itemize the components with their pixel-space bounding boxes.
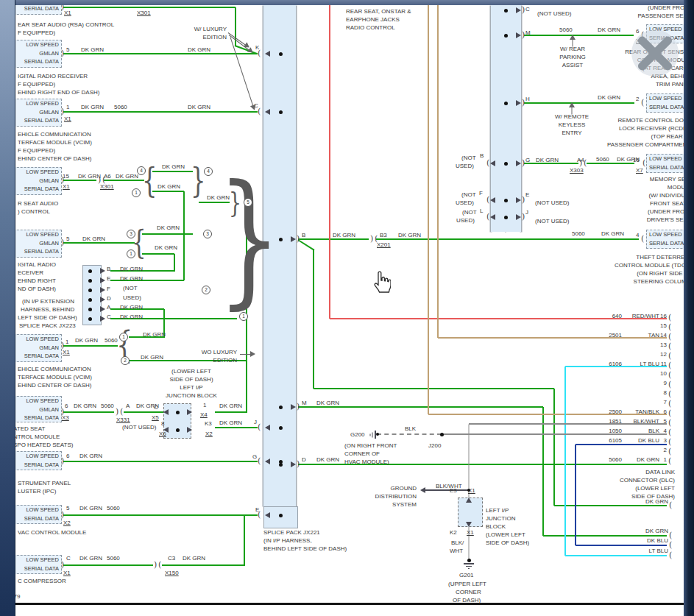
- diagram-label: BLOCK: [486, 523, 506, 530]
- serial-data-tag: LOW SPEEDGMLANSERIAL DATA: [13, 230, 62, 258]
- diagram-label: SIDE OF DASH): [169, 376, 213, 383]
- window-right-edge-scrollbar[interactable]: [684, 0, 694, 616]
- diagram-label: BLK/WHT: [436, 483, 462, 489]
- diagram-label: EDITION: [203, 34, 227, 40]
- wire-color-label: BLK: [648, 428, 659, 434]
- diagram-label: DK GRN: [120, 266, 143, 272]
- diagram-label: DK GRN: [645, 528, 668, 534]
- arrowhead-icon: [265, 51, 270, 57]
- diagram-label: (NOT USED): [535, 199, 570, 206]
- diagram-label: STRUMENT PANEL: [18, 480, 71, 486]
- diagram-label: BLK/: [451, 539, 464, 546]
- wire-segment: [183, 191, 185, 280]
- diagram-label: 2: [636, 96, 639, 102]
- wire-segment: [142, 233, 193, 235]
- diagram-label: EHIND CENTER OF DASH): [18, 155, 91, 162]
- diagram-label: 5060: [107, 505, 120, 511]
- connector-glyph: (: [668, 457, 671, 465]
- diagram-label: ASSIST: [562, 62, 583, 68]
- connector-glyph: ): [522, 159, 525, 167]
- diagram-label: C: [154, 404, 158, 411]
- diagram-label: DK GRN: [183, 555, 205, 562]
- close-button[interactable]: [630, 28, 680, 78]
- diagram-label: A: [107, 304, 110, 311]
- diagram-label: DK GRN: [79, 453, 102, 459]
- circled-number: 4: [204, 167, 213, 176]
- diagram-label: F EQUIPPED): [18, 147, 55, 154]
- diagram-label: LT BLU: [649, 548, 668, 554]
- diagram-label: W/ REMOTE: [555, 113, 589, 120]
- wire-segment: [425, 489, 469, 491]
- diagram-label: X7: [636, 167, 643, 174]
- diagram-label: DATA LINK: [645, 469, 675, 475]
- diagram-label: X150: [165, 570, 179, 576]
- diagram-label: E: [525, 191, 529, 198]
- diagram-label: DK GRN: [81, 104, 104, 110]
- wire-segment: [376, 238, 639, 240]
- diagram-label: L: [480, 208, 483, 214]
- junction-dot: [279, 426, 283, 430]
- serial-data-tag-text: LOW SPEED: [14, 335, 61, 344]
- serial-data-tag-text: SERIAL DATA: [14, 57, 61, 66]
- serial-data-tag-text: SERIAL DATA: [14, 185, 61, 194]
- diagram-label: G: [252, 453, 257, 460]
- serial-data-tag-text: SERIAL DATA: [14, 352, 61, 361]
- serial-data-tag-text: SERIAL DATA: [14, 514, 61, 523]
- diagram-label: DK GRN: [536, 157, 559, 163]
- dlc-pin-number: 3: [664, 437, 667, 444]
- wire-segment: [553, 389, 555, 506]
- wire-segment: [63, 461, 258, 462]
- diagram-label: EDITION: [213, 357, 237, 364]
- connector-glyph: (: [258, 49, 261, 57]
- diagram-label: ENTRY: [562, 130, 582, 136]
- dlc-pin-number: 4: [664, 428, 667, 434]
- diagram-label: SIDE OF DASH): [486, 539, 529, 546]
- diagram-label: J: [254, 419, 257, 425]
- wire-segment: [63, 564, 153, 566]
- diagram-label: RADIO CONTROL: [346, 24, 395, 31]
- arrowhead-icon: [187, 427, 192, 433]
- diagram-label: KEYLESS: [559, 121, 585, 128]
- dlc-pin-number: 16: [660, 313, 667, 319]
- diagram-label: LEFT SIDE OF DASH): [18, 314, 77, 321]
- connector-glyph: ): [154, 561, 157, 569]
- connector-glyph: (: [668, 371, 671, 379]
- connector-glyph: (: [668, 323, 671, 331]
- diagram-label: USED): [456, 199, 474, 206]
- wire-code-label: 6105: [609, 437, 622, 444]
- arrowhead-icon: [516, 7, 521, 13]
- wire-segment: [564, 367, 566, 556]
- diagram-label: (NOT USED): [537, 10, 572, 17]
- wire-color-label: BLK/WHT: [633, 418, 659, 425]
- diagram-label: C: [66, 555, 71, 562]
- diagram-label: DK GRN: [162, 163, 185, 170]
- connector-glyph: ): [522, 6, 525, 14]
- diagram-label: VAC CONTROL MODULE: [18, 529, 86, 536]
- diagram-label: WO LUXURY: [202, 349, 237, 355]
- diagram-label: PARKING: [559, 54, 585, 60]
- arrowhead-icon: [187, 409, 192, 415]
- connector-glyph: (: [102, 176, 105, 184]
- arrowhead-icon: [490, 197, 495, 203]
- connector-glyph: ): [98, 176, 101, 184]
- diagram-label: B: [302, 232, 305, 238]
- connector-glyph: (: [668, 390, 671, 398]
- diagram-label: F EQUIPPED): [18, 81, 55, 88]
- circled-number: 1: [119, 333, 128, 341]
- serial-data-tag-text: LOW SPEED: [14, 556, 61, 564]
- diagram-label: LEFT I/P: [486, 507, 509, 514]
- junction-dot: [504, 199, 508, 202]
- diagram-label: X331: [116, 417, 130, 423]
- serial-data-tag-text: GMLAN: [14, 239, 61, 248]
- connector-glyph: ): [579, 159, 582, 167]
- serial-data-tag-text: LOW SPEED: [14, 168, 61, 177]
- diagram-label: 1: [65, 339, 68, 345]
- diagram-label: EHICLE COMMUNICATION: [18, 366, 91, 372]
- diagram-label: X201: [377, 241, 391, 248]
- wire-segment: [63, 111, 258, 113]
- wire-segment: [576, 545, 667, 546]
- diagram-label: GROUND: [390, 485, 417, 492]
- wire-code-label: 6106: [609, 361, 622, 367]
- dlc-pin-number: 6: [664, 408, 667, 415]
- diagram-label: 5: [66, 236, 69, 242]
